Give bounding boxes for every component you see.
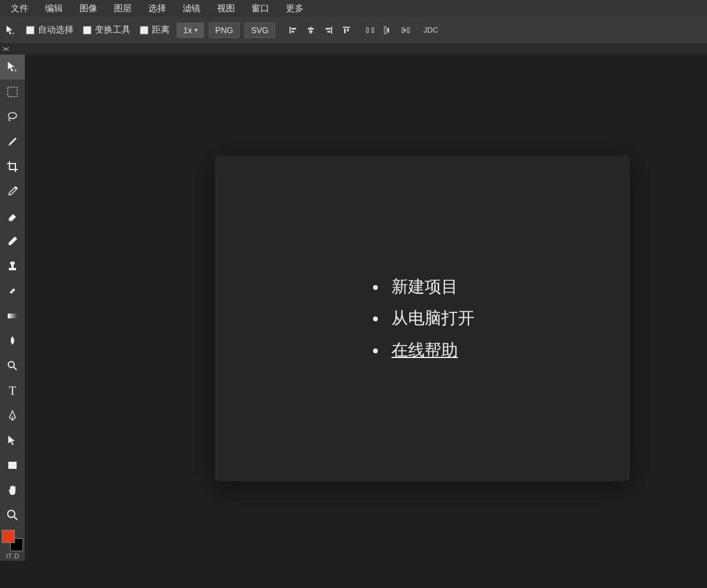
- menu-image[interactable]: 图像: [71, 1, 106, 17]
- shape-tool[interactable]: [0, 453, 25, 478]
- svg-rect-18: [405, 29, 406, 31]
- marquee-tool[interactable]: [0, 79, 25, 104]
- document-tabstrip: ><: [0, 44, 707, 55]
- eyedropper-tool[interactable]: [0, 179, 25, 204]
- zoom-dropdown[interactable]: 1x ▾: [177, 23, 204, 38]
- blur-tool[interactable]: [0, 328, 25, 353]
- svg-rect-14: [372, 28, 374, 33]
- svg-rect-13: [367, 28, 368, 33]
- align-group: [287, 24, 352, 36]
- menu-view[interactable]: 视图: [209, 1, 243, 17]
- png-button[interactable]: PNG: [209, 23, 240, 38]
- foreground-color-swatch[interactable]: [2, 530, 15, 543]
- welcome-new-project[interactable]: 新建项目: [387, 271, 474, 302]
- stamp-tool[interactable]: [0, 254, 25, 279]
- svg-rect-9: [327, 31, 330, 33]
- svg-point-23: [15, 187, 17, 189]
- eraser-tool[interactable]: [0, 204, 25, 229]
- svg-text:+: +: [14, 67, 17, 74]
- svg-rect-21: [8, 87, 17, 97]
- svg-rect-17: [402, 28, 404, 33]
- svg-rect-29: [8, 314, 17, 318]
- svg-text:+: +: [12, 31, 15, 36]
- menu-more[interactable]: 更多: [278, 1, 312, 17]
- jdc-label: JDC: [423, 25, 438, 34]
- svg-point-35: [8, 510, 15, 517]
- swatch-mini-labels: IT D: [5, 551, 20, 561]
- svg-rect-5: [308, 28, 314, 30]
- align-center-h-button[interactable]: [305, 24, 317, 36]
- distance-label: 距离: [152, 24, 170, 36]
- pen-tool[interactable]: [0, 403, 25, 428]
- svg-rect-34: [8, 462, 17, 469]
- checkbox-icon: [83, 26, 91, 34]
- svg-rect-19: [407, 28, 409, 33]
- svg-rect-11: [344, 28, 346, 33]
- color-swatches[interactable]: [2, 530, 23, 551]
- svg-rect-1: [289, 27, 291, 34]
- hand-tool[interactable]: [0, 478, 25, 503]
- menu-edit[interactable]: 编辑: [37, 1, 71, 17]
- svg-rect-16: [387, 28, 389, 33]
- checkbox-icon: [26, 26, 34, 34]
- brush-tool[interactable]: [0, 129, 25, 154]
- chevron-down-icon: ▾: [195, 27, 198, 33]
- svg-rect-3: [291, 31, 294, 33]
- svg-point-22: [8, 113, 17, 119]
- distribute-v-button[interactable]: [382, 24, 394, 36]
- transform-label: 变换工具: [95, 24, 130, 36]
- text-tool[interactable]: T: [0, 378, 25, 403]
- options-toolbar: + 自动选择 变换工具 距离 1x ▾ PNG SVG: [0, 17, 707, 44]
- zoom-tool[interactable]: [0, 503, 25, 528]
- tool-panel: + T: [0, 55, 25, 561]
- svg-rect-12: [347, 28, 349, 31]
- crop-tool[interactable]: [0, 154, 25, 179]
- auto-select-label: 自动选择: [38, 24, 74, 36]
- menubar: 文件 编辑 图像 图层 选择 滤镜 视图 窗口 更多: [0, 0, 707, 17]
- svg-line-36: [14, 517, 17, 520]
- svg-rect-2: [291, 28, 296, 30]
- menu-window[interactable]: 窗口: [243, 1, 278, 17]
- toolbar-move-icon: +: [2, 22, 19, 39]
- path-select-tool[interactable]: [0, 428, 25, 453]
- menu-file[interactable]: 文件: [2, 1, 37, 17]
- welcome-list: 新建项目 从电脑打开 在线帮助: [370, 271, 474, 366]
- svg-rect-4: [310, 27, 311, 34]
- healing-tool[interactable]: [0, 279, 25, 303]
- checkbox-icon: [140, 26, 148, 34]
- align-left-button[interactable]: [287, 24, 299, 36]
- svg-rect-6: [309, 31, 313, 33]
- distribute-h-button[interactable]: [364, 24, 376, 36]
- align-right-button[interactable]: [323, 24, 335, 36]
- canvas-area: 新建项目 从电脑打开 在线帮助: [25, 55, 707, 588]
- menu-select[interactable]: 选择: [140, 1, 174, 17]
- menu-layer[interactable]: 图层: [106, 1, 140, 17]
- auto-select-checkbox[interactable]: 自动选择: [24, 24, 76, 36]
- welcome-open-from-computer[interactable]: 从电脑打开: [387, 302, 474, 334]
- menu-filter[interactable]: 滤镜: [174, 1, 209, 17]
- zoom-value: 1x: [183, 25, 192, 35]
- distribute-spacing-button[interactable]: [400, 24, 412, 36]
- svg-rect-8: [326, 28, 330, 30]
- svg-line-31: [14, 367, 17, 370]
- dodge-tool[interactable]: [0, 353, 25, 378]
- paint-brush-tool[interactable]: [0, 229, 25, 254]
- move-tool[interactable]: +: [0, 55, 25, 79]
- mini-label-right: D: [14, 552, 19, 560]
- transform-checkbox[interactable]: 变换工具: [81, 24, 133, 36]
- svg-rect-10: [343, 27, 350, 28]
- align-top-button[interactable]: [340, 24, 352, 36]
- svg-point-26: [10, 261, 15, 265]
- mini-label-left: IT: [6, 552, 12, 560]
- gradient-tool[interactable]: [0, 303, 25, 328]
- svg-rect-7: [331, 27, 332, 34]
- svg-text:T: T: [9, 384, 16, 397]
- distance-checkbox[interactable]: 距离: [138, 24, 172, 36]
- lasso-tool[interactable]: [0, 104, 25, 129]
- distribute-group: [364, 24, 412, 36]
- svg-button[interactable]: SVG: [244, 23, 275, 38]
- tab-scroll-arrows[interactable]: ><: [2, 45, 8, 53]
- welcome-panel: 新建项目 从电脑打开 在线帮助: [215, 155, 630, 481]
- svg-rect-24: [9, 268, 16, 270]
- welcome-online-help[interactable]: 在线帮助: [387, 334, 474, 366]
